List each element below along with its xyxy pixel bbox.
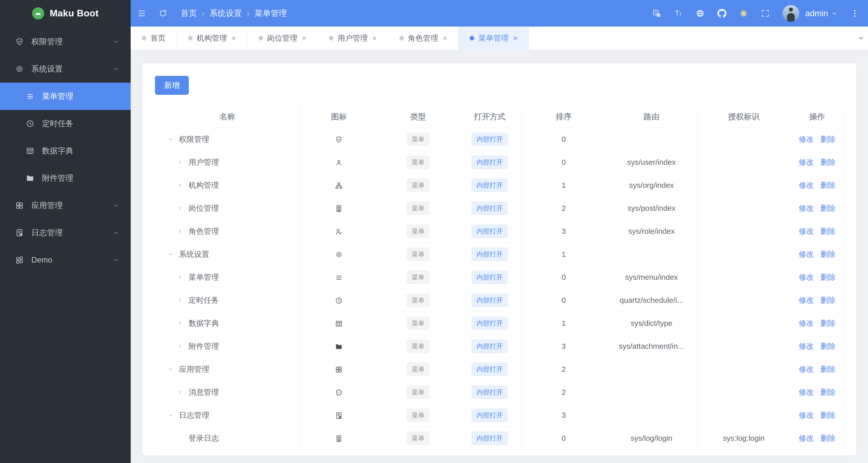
fullscreen-button[interactable] <box>761 9 770 18</box>
user-menu[interactable]: admin <box>805 9 838 18</box>
edit-link[interactable]: 修改 <box>799 434 814 442</box>
font-size-button[interactable]: TT <box>674 9 683 18</box>
cell-perm <box>697 174 790 197</box>
sidebar-item-demo[interactable]: Demo <box>0 246 131 274</box>
delete-link[interactable]: 删除 <box>820 250 836 258</box>
tree-expand-arrow[interactable] <box>165 364 176 374</box>
delete-link[interactable]: 删除 <box>820 204 836 212</box>
chevron-down-icon <box>113 257 119 264</box>
tree-expand-arrow[interactable] <box>175 180 185 190</box>
edit-link[interactable]: 修改 <box>799 181 814 189</box>
sidebar-item-label: 日志管理 <box>31 227 113 238</box>
chevron-down-icon <box>167 367 174 372</box>
sidebar-item-dict[interactable]: 数据字典 <box>0 137 131 164</box>
add-button[interactable]: 新增 <box>155 76 189 95</box>
edit-link[interactable]: 修改 <box>799 204 814 212</box>
edit-link[interactable]: 修改 <box>799 158 814 166</box>
cell-icon <box>300 427 378 450</box>
edit-link[interactable]: 修改 <box>799 365 814 373</box>
cell-perm <box>697 243 790 266</box>
refresh-button[interactable] <box>158 9 167 18</box>
delete-link[interactable]: 删除 <box>820 296 836 304</box>
translate-button[interactable]: A <box>652 9 661 18</box>
menu-name: 登录日志 <box>189 433 219 443</box>
sidebar-item-system[interactable]: 系统设置 <box>0 55 131 83</box>
edit-link[interactable]: 修改 <box>799 135 814 143</box>
kebab-menu-icon[interactable] <box>850 9 859 18</box>
cell-icon <box>300 335 378 358</box>
type-tag: 菜单 <box>407 156 429 169</box>
tab-close-icon[interactable]: × <box>302 34 307 42</box>
tree-expand-arrow[interactable] <box>175 203 185 213</box>
tree-expand-arrow[interactable] <box>175 318 185 328</box>
edit-link[interactable]: 修改 <box>799 388 814 396</box>
tab-close-icon[interactable]: × <box>513 34 518 42</box>
tab-list-dropdown-button[interactable] <box>853 27 868 50</box>
tab-角色管理[interactable]: 角色管理× <box>388 27 459 50</box>
tab-close-icon[interactable]: × <box>372 34 377 42</box>
tab-机构管理[interactable]: 机构管理× <box>177 27 247 50</box>
tab-close-icon[interactable]: × <box>231 34 236 42</box>
edit-link[interactable]: 修改 <box>799 342 814 350</box>
cell-actions: 修改删除 <box>790 151 844 174</box>
tree-expand-arrow[interactable] <box>175 341 185 351</box>
tree-expand-arrow[interactable] <box>165 249 176 259</box>
tree-expand-arrow[interactable] <box>175 157 185 167</box>
tab-close-icon[interactable]: × <box>443 34 447 42</box>
cell-sort: 1 <box>522 243 606 266</box>
cell-sort: 2 <box>522 381 606 404</box>
delete-link[interactable]: 删除 <box>820 411 836 419</box>
edit-link[interactable]: 修改 <box>799 296 814 304</box>
type-tag: 菜单 <box>407 363 429 376</box>
collapse-button[interactable] <box>137 9 146 18</box>
sidebar-item-menu[interactable]: 菜单管理 <box>0 83 131 110</box>
edit-link[interactable]: 修改 <box>799 411 814 419</box>
type-tag: 菜单 <box>407 179 429 192</box>
shield-check-icon <box>15 37 24 46</box>
delete-link[interactable]: 删除 <box>820 342 836 350</box>
tab-用户管理[interactable]: 用户管理× <box>318 27 388 50</box>
tab-首页[interactable]: 首页 <box>131 27 177 50</box>
cell-type: 菜单 <box>378 358 458 381</box>
tree-expand-arrow[interactable] <box>165 134 176 144</box>
tree-expand-arrow[interactable] <box>175 226 185 236</box>
delete-link[interactable]: 删除 <box>820 181 836 189</box>
avatar[interactable] <box>782 5 799 22</box>
sidebar-item-apps[interactable]: 应用管理 <box>0 192 131 219</box>
breadcrumb-item[interactable]: 菜单管理 <box>254 8 287 19</box>
delete-link[interactable]: 删除 <box>820 365 836 373</box>
tree-expand-arrow[interactable] <box>175 295 185 305</box>
cell-actions: 修改删除 <box>790 358 844 381</box>
github-button[interactable] <box>717 9 726 18</box>
delete-link[interactable]: 删除 <box>820 273 836 281</box>
delete-link[interactable]: 删除 <box>820 319 836 327</box>
cell-icon <box>300 381 378 404</box>
tree-expand-arrow[interactable] <box>175 272 185 282</box>
delete-link[interactable]: 删除 <box>820 434 836 442</box>
sidebar-item-perms[interactable]: 权限管理 <box>0 28 131 55</box>
gitee-button[interactable]: G <box>739 9 748 18</box>
sidebar-item-logs[interactable]: 日志管理 <box>0 219 131 246</box>
tree-expand-arrow[interactable] <box>175 387 185 397</box>
sidebar-item-schedule[interactable]: 定时任务 <box>0 110 131 137</box>
app-root: Maku Boot 权限管理系统设置菜单管理定时任务数据字典附件管理应用管理日志… <box>0 0 868 463</box>
tab-菜单管理[interactable]: 菜单管理× <box>459 27 529 50</box>
tab-label: 机构管理 <box>197 33 227 43</box>
delete-link[interactable]: 删除 <box>820 158 836 166</box>
breadcrumb-item[interactable]: 系统设置 <box>210 8 242 19</box>
cell-type: 菜单 <box>378 312 458 335</box>
tree-expand-arrow[interactable] <box>165 410 176 420</box>
delete-link[interactable]: 删除 <box>820 227 836 235</box>
edit-link[interactable]: 修改 <box>799 250 814 258</box>
edit-link[interactable]: 修改 <box>799 227 814 235</box>
cell-open: 内部打开 <box>458 197 522 220</box>
edit-link[interactable]: 修改 <box>799 273 814 281</box>
edit-link[interactable]: 修改 <box>799 319 814 327</box>
tab-岗位管理[interactable]: 岗位管理× <box>247 27 318 50</box>
delete-link[interactable]: 删除 <box>820 135 836 143</box>
type-tag: 菜单 <box>407 248 429 261</box>
sidebar-item-attachment[interactable]: 附件管理 <box>0 164 131 192</box>
breadcrumb-item[interactable]: 首页 <box>181 8 197 19</box>
delete-link[interactable]: 删除 <box>820 388 836 396</box>
globe-button[interactable] <box>695 9 705 18</box>
